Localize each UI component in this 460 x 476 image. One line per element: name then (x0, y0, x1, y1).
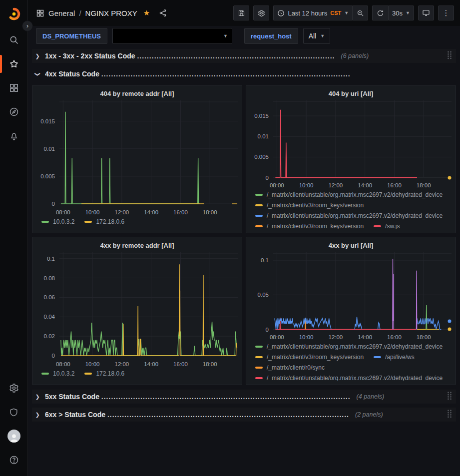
shield-icon (9, 408, 18, 417)
refresh-dashboard-button[interactable] (372, 5, 388, 20)
legend-label: 10.0.3.2 (53, 218, 74, 225)
zoom-out-time-button[interactable] (352, 5, 368, 20)
row-6xx[interactable]: ❯ 6xx > Status Code ....................… (32, 408, 456, 422)
datasource-variable-select[interactable]: ▼ (112, 28, 232, 44)
sidebar-item-profile[interactable] (0, 424, 28, 448)
row-1xx-3xx-2xx[interactable]: ❯ 1xx - 3xx - 2xx Status Code ..........… (32, 49, 456, 63)
save-icon (238, 9, 245, 17)
row-drag-handle[interactable] (447, 392, 452, 402)
legend-item[interactable]: /_matrix/client/unstable/org.matrix.msc2… (255, 343, 443, 351)
legend-item[interactable]: /_matrix/client/v3/room_keys/version (255, 222, 364, 229)
sidebar-item-alerting[interactable] (0, 124, 28, 148)
x-tick-label: 10:00 (85, 209, 100, 215)
page-title[interactable]: NGINX PROXY (85, 9, 137, 17)
sidebar-item-server-admin[interactable] (0, 400, 28, 424)
series-line (275, 110, 417, 178)
legend-item[interactable]: /_matrix/client/unstable/org.matrix.msc2… (255, 191, 443, 199)
breadcrumb-folder[interactable]: General (48, 9, 75, 17)
sidebar-item-search[interactable] (0, 28, 28, 52)
sidebar-expand-button[interactable]: › (22, 20, 33, 31)
save-dashboard-button[interactable] (233, 5, 249, 20)
series-line (393, 259, 394, 329)
row-panel-count: (2 panels) (355, 411, 383, 418)
chevron-down-icon: ▼ (223, 33, 228, 38)
dashboard-canvas: ❯ 1xx - 3xx - 2xx Status Code ..........… (28, 46, 460, 476)
row-title-dots: ........................................… (101, 70, 351, 78)
y-tick-label: 0.005 (254, 154, 269, 160)
variables-bar: DS_PROMETHEUS ▼ request_host All ▼ (28, 26, 460, 46)
series-line (378, 323, 380, 330)
y-tick-label: 0.005 (40, 173, 55, 179)
chart-plot-area[interactable] (273, 252, 452, 332)
y-tick-label: 0.1 (261, 257, 269, 263)
more-options-button[interactable]: ⋮ (438, 5, 454, 20)
legend-item[interactable]: /sw.js (374, 222, 400, 229)
y-tick-label: 0.05 (258, 292, 269, 298)
legend-item[interactable]: 10.0.3.2 (41, 218, 74, 226)
sidebar-item-help[interactable] (0, 448, 28, 472)
legend-item[interactable]: 10.0.3.2 (41, 370, 74, 378)
row-drag-handle[interactable] (447, 51, 452, 61)
legend-item[interactable]: /_matrix/client/v3/room_keys/version (255, 201, 364, 209)
chart-plot-area[interactable] (59, 100, 238, 207)
chevron-right-icon: ❯ (34, 412, 41, 418)
legend-item[interactable]: /_matrix/client/unstable/org.matrix.msc2… (255, 212, 443, 220)
panel-title[interactable]: 404 by remote addr [All] (36, 87, 238, 100)
legend-item[interactable]: /_matrix/client/r0/sync (255, 364, 325, 372)
time-range-picker[interactable]: Last 12 hours CST ▼ (273, 5, 352, 20)
sidebar-item-explore[interactable] (0, 100, 28, 124)
dashboard-header: General / NGINX PROXY ★ (28, 0, 460, 26)
panel-title[interactable]: 4xx by remote addr [All] (36, 239, 238, 252)
chart-svg (273, 100, 452, 180)
row-4xx[interactable]: ❯ 4xx Status Code ......................… (32, 67, 456, 81)
panel-title[interactable]: 4xx by uri [All] (250, 239, 452, 252)
legend-swatch (84, 373, 92, 375)
x-axis: 08:0010:0012:0014:0016:0018:00 (59, 207, 238, 218)
chart-plot-area[interactable] (59, 252, 238, 359)
panel-grid: 404 by remote addr [All] 00.0050.010.015… (32, 85, 456, 385)
legend-label: /_matrix/client/unstable/org.matrix.msc2… (267, 191, 443, 198)
series-line (416, 271, 417, 330)
y-tick-label: 0.02 (44, 333, 55, 339)
refresh-interval-label: 30s (392, 9, 403, 17)
chart-svg (59, 100, 238, 207)
legend-item[interactable]: 172.18.0.6 (84, 370, 124, 378)
y-tick-label: 0.01 (258, 133, 269, 139)
dashboard-settings-button[interactable] (253, 5, 269, 20)
time-range-label: Last 12 hours (288, 9, 327, 17)
legend-item[interactable]: /_matrix/client/unstable/org.matrix.msc2… (255, 374, 443, 381)
x-tick-label: 14:00 (358, 182, 372, 188)
legend-label: 10.0.3.2 (53, 370, 74, 377)
help-icon (9, 455, 19, 465)
panel-legend: 10.0.3.2172.18.0.6 (36, 370, 238, 381)
row-drag-handle[interactable] (447, 410, 452, 420)
dashboard-squares-icon (36, 9, 44, 17)
sidebar-item-starred[interactable] (0, 52, 28, 76)
series-line (61, 112, 200, 204)
y-tick-label: 0.08 (44, 275, 55, 281)
row-panel-count: (6 panels) (341, 52, 369, 59)
share-icon[interactable] (159, 9, 167, 17)
panel-title[interactable]: 404 by uri [All] (250, 87, 452, 100)
cycle-view-mode-button[interactable] (418, 5, 434, 20)
x-tick-label: 10:00 (85, 361, 100, 367)
legend-item[interactable]: /api/live/ws (374, 353, 415, 361)
host-variable-select[interactable]: All ▼ (303, 28, 330, 44)
series-line (275, 318, 331, 330)
sidebar-item-configuration[interactable] (0, 376, 28, 400)
x-tick-label: 08:00 (56, 209, 70, 215)
chart-plot-area[interactable] (273, 100, 452, 180)
legend-item[interactable]: 172.18.0.6 (84, 218, 124, 226)
legend-swatch (255, 194, 263, 196)
y-tick-label: 0.1 (47, 256, 55, 262)
row-title-dots: ........................................… (107, 411, 349, 419)
legend-item[interactable]: /_matrix/client/v3/room_keys/version (255, 353, 364, 361)
favorite-star-icon[interactable]: ★ (143, 8, 150, 17)
sidebar-item-dashboards[interactable] (0, 76, 28, 100)
panel-legend: /_matrix/client/unstable/org.matrix.msc2… (250, 343, 452, 381)
refresh-interval-picker[interactable]: 30s ▼ (388, 5, 414, 20)
row-5xx[interactable]: ❯ 5xx Status Code ......................… (32, 390, 456, 404)
datasource-variable-label: DS_PROMETHEUS (36, 28, 107, 44)
dashboards-grid-icon (9, 83, 19, 93)
legend-swatch (255, 204, 263, 206)
